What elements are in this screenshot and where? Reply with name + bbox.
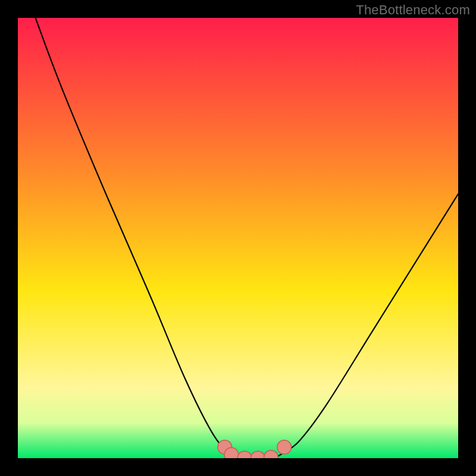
gradient-background — [18, 18, 458, 458]
watermark-text: TheBottleneck.com — [356, 2, 470, 18]
chart-frame: TheBottleneck.com — [0, 0, 476, 476]
bottleneck-chart — [18, 18, 458, 458]
curve-marker — [224, 447, 239, 458]
curve-marker — [277, 440, 292, 455]
